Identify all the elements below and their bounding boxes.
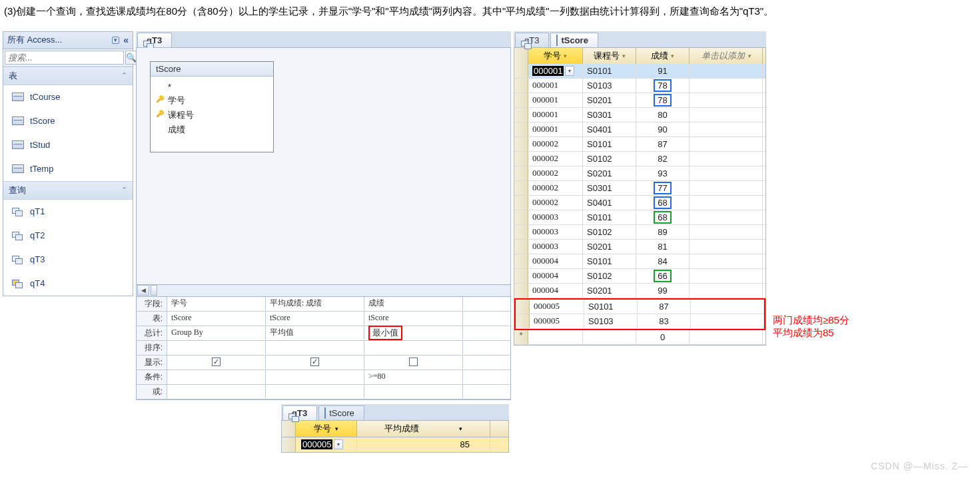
id-cell[interactable]: 000002 [528,181,583,195]
row-selector[interactable] [514,64,528,78]
add-cell[interactable] [690,79,763,93]
score-cell[interactable]: 87 [638,300,691,314]
score-cell[interactable]: 83 [638,314,691,328]
table-row[interactable]: 000003S010289 [514,225,765,240]
add-cell[interactable] [690,269,763,283]
score-cell[interactable]: 80 [636,108,690,122]
course-cell[interactable]: S0102 [583,152,636,166]
table-row[interactable]: 000005S010383 [516,314,764,329]
table-row[interactable]: 000002S020193 [514,166,765,181]
nav-table-tcourse[interactable]: tCourse [3,85,133,109]
score-cell[interactable]: 89 [636,225,690,239]
tab-qt3-ds[interactable]: qT3 [515,33,549,47]
add-cell[interactable] [690,181,763,195]
add-cell[interactable] [690,240,763,254]
tab-qt3[interactable]: qT3 [137,33,172,47]
id-cell[interactable]: 000001 [528,122,583,136]
id-cell[interactable]: 000004 [528,284,583,298]
table-row[interactable]: 000002S030177 [514,181,765,196]
row-selector[interactable] [514,254,528,268]
id-cell[interactable]: 000004 [528,269,583,283]
table-row[interactable]: 000004S010184 [514,254,765,269]
id-cell[interactable]: 000001▾ [528,64,583,78]
tab-tscore-result[interactable]: tScore [318,405,364,420]
score-cell[interactable]: 81 [636,240,690,254]
dropdown-icon[interactable]: ▾ [564,53,567,59]
table-row[interactable]: 000004S020199 [514,284,765,298]
add-cell[interactable] [690,210,763,224]
add-cell[interactable] [691,314,764,328]
horizontal-scrollbar[interactable]: ◀ [136,285,511,297]
dropdown-icon[interactable]: ▾ [334,439,343,449]
course-cell[interactable]: S0201 [583,166,636,180]
table-row[interactable]: 000001▾S010191 [514,64,765,79]
row-selector[interactable] [514,166,528,180]
field-score[interactable]: 成绩 [153,122,270,137]
table-relationship-area[interactable]: tScore * 学号 课程号 成绩 [136,48,511,285]
add-cell[interactable] [690,166,763,180]
id-cell[interactable]: 000002 [528,196,583,210]
add-cell[interactable] [690,284,763,298]
course-cell[interactable]: S0201 [583,240,636,254]
score-cell[interactable]: 90 [636,122,690,136]
course-cell[interactable]: S0101 [583,210,636,224]
row-selector[interactable] [516,300,530,314]
field-course-id[interactable]: 课程号 [153,108,270,122]
result-data-row[interactable]: 000005▾ 85 [281,437,509,453]
dropdown-icon[interactable]: ▾ [671,53,674,59]
row-selector[interactable] [514,196,528,210]
table-row[interactable]: 000003S010168 [514,210,765,225]
score-cell[interactable]: 87 [636,137,690,151]
course-cell[interactable]: S0101 [583,137,636,151]
score-cell[interactable]: 68 [636,196,690,210]
score-cell[interactable]: 68 [636,210,690,224]
checkbox-icon[interactable]: ✓ [310,358,319,366]
row-selector[interactable] [514,137,528,151]
row-selector[interactable] [514,122,528,136]
dropdown-icon[interactable]: ▾ [622,53,626,59]
field-cell-0[interactable]: 学号 [167,297,266,310]
table-row[interactable]: 000001S040190 [514,122,765,137]
criteria-cell-0[interactable] [167,370,266,383]
or-cell-1[interactable] [266,385,364,398]
col-header-id[interactable]: 学号▾ [528,48,583,64]
course-cell[interactable]: S0101 [583,64,636,78]
field-cell-1[interactable]: 平均成绩: 成绩 [266,297,364,310]
table-cell-0[interactable]: tScore [167,312,266,325]
table-row[interactable]: 000005S010187 [516,300,764,314]
add-cell[interactable] [690,254,763,268]
course-cell[interactable]: S0102 [583,269,636,283]
result-id-cell[interactable]: 000005▾ [296,437,357,452]
id-cell[interactable]: 000003 [528,240,583,254]
score-cell[interactable]: 82 [636,152,690,166]
add-cell[interactable] [690,108,763,122]
select-all-cell[interactable] [282,421,296,437]
sort-cell-1[interactable] [266,341,364,354]
id-cell[interactable]: 000005 [530,300,584,314]
id-cell[interactable]: 000001 [528,79,583,93]
nav-table-tstud[interactable]: tStud [3,133,133,157]
add-cell[interactable] [690,152,763,166]
course-cell[interactable]: S0101 [584,300,638,314]
row-selector[interactable] [514,93,528,107]
course-cell[interactable]: S0103 [584,314,638,328]
id-cell[interactable]: 000002 [528,166,583,180]
table-cell-2[interactable]: tScore [364,312,463,325]
row-selector[interactable] [514,108,528,122]
queries-section-header[interactable]: 查询 ⌃ [3,181,133,200]
or-cell-0[interactable] [167,385,266,398]
tables-section-header[interactable]: 表 ⌃ [3,67,133,85]
add-cell[interactable] [690,137,763,151]
criteria-cell-2[interactable]: >=80 [364,370,463,383]
nav-query-qt3[interactable]: qT3 [3,248,133,272]
sort-cell-0[interactable] [167,341,266,354]
course-cell[interactable]: S0102 [583,225,636,239]
add-cell[interactable] [690,196,763,210]
add-cell[interactable] [690,122,763,136]
show-cell-0[interactable]: ✓ [167,356,266,369]
total-cell-1[interactable]: 平均值 [266,326,364,340]
sort-cell-2[interactable] [364,341,463,354]
id-cell[interactable]: 000003 [528,225,583,239]
field-cell-2[interactable]: 成绩 [364,297,463,310]
course-cell[interactable]: S0103 [583,79,636,93]
